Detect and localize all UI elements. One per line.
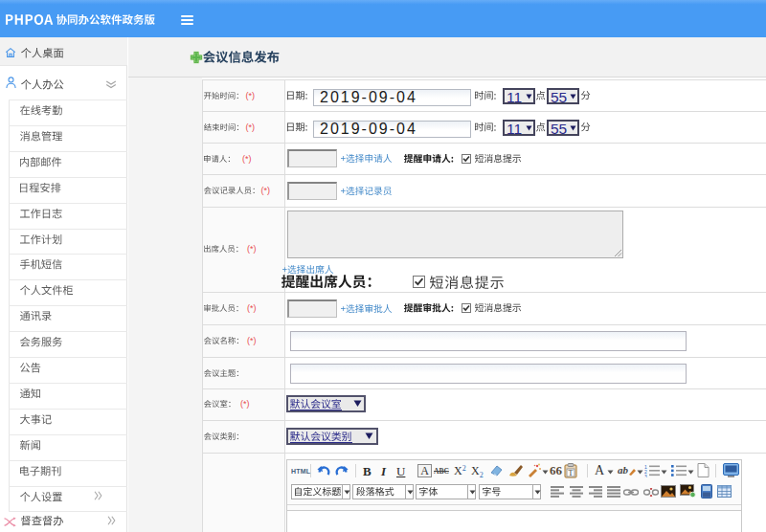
svg-text:T: T xyxy=(569,469,574,477)
svg-text:A: A xyxy=(420,464,429,477)
svg-text:3: 3 xyxy=(644,474,647,478)
